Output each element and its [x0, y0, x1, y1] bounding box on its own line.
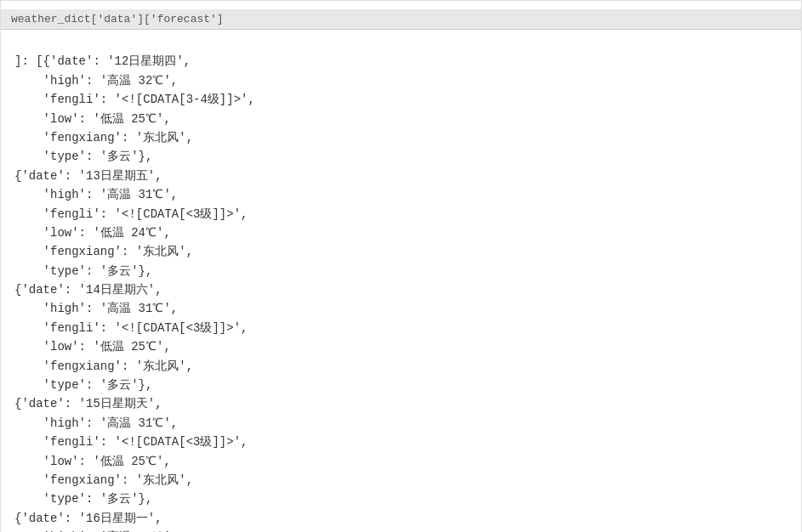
line-prefix-4: {'date': '16日星期一',: [14, 512, 162, 525]
line-fengli-2: 'fengli': '<![CDATA[<3级]]>',: [14, 321, 247, 335]
line-prefix-1: {'date': '13日星期五',: [14, 169, 162, 183]
line-fengli-1: 'fengli': '<![CDATA[<3级]]>',: [14, 207, 247, 221]
line-low-0: 'low': '低温 25℃',: [14, 112, 171, 126]
line-prefix-2: {'date': '14日星期六',: [14, 283, 162, 297]
line-low-2: 'low': '低温 25℃',: [14, 340, 171, 354]
line-fengxiang-3: 'fengxiang': '东北风',: [14, 473, 193, 487]
line-high-0: 'high': '高温 32℃',: [14, 74, 178, 88]
line-fengxiang-2: 'fengxiang': '东北风',: [14, 359, 193, 373]
line-high-2: 'high': '高温 31℃',: [14, 302, 178, 315]
line-fengxiang-1: 'fengxiang': '东北风',: [14, 245, 193, 258]
line-fengli-0: 'fengli': '<![CDATA[3-4级]]>',: [14, 93, 255, 106]
line-fengxiang-0: 'fengxiang': '东北风',: [14, 131, 193, 144]
line-fengli-3: 'fengli': '<![CDATA[<3级]]>',: [14, 435, 247, 449]
code-container: weather_dict['data']['forecast'] ]: [{'d…: [0, 0, 802, 532]
line-prefix-0: ]: [{'date': '12日星期四',: [14, 54, 191, 68]
line-high-3: 'high': '高温 31℃',: [14, 416, 178, 430]
line-high-1: 'high': '高温 31℃',: [14, 188, 178, 201]
line-prefix-3: {'date': '15日星期天',: [14, 397, 162, 410]
line-low-1: 'low': '低温 24℃',: [14, 226, 171, 240]
line-type-1: 'type': '多云'},: [14, 264, 152, 278]
code-block: ]: [{'date': '12日星期四', 'high': '高温 32℃',…: [1, 30, 801, 532]
line-type-0: 'type': '多云'},: [14, 150, 152, 163]
line-type-2: 'type': '多云'},: [14, 378, 152, 392]
top-bar: weather_dict['data']['forecast']: [1, 9, 801, 30]
line-low-3: 'low': '低温 25℃',: [14, 455, 171, 468]
line-type-3: 'type': '多云'},: [14, 492, 152, 506]
